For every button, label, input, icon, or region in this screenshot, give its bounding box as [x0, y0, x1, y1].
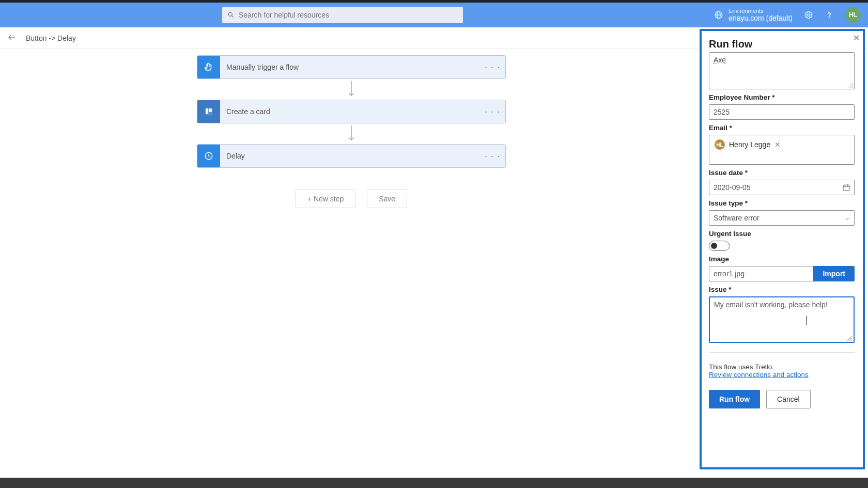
flow-arrow — [197, 79, 506, 100]
search-icon — [227, 11, 235, 19]
breadcrumb-text: Button -> Delay — [26, 34, 76, 42]
help-icon[interactable] — [825, 10, 834, 20]
issue-textarea[interactable]: My email isn't working, please help! — [709, 296, 855, 343]
panel-title: Run flow — [709, 38, 856, 50]
node-title: Manually trigger a flow — [226, 63, 299, 71]
footer-uses-text: This flow uses Trello. — [709, 363, 855, 371]
flow-node-trigger[interactable]: Manually trigger a flow · · · — [197, 55, 506, 79]
flow-canvas: Manually trigger a flow · · · Create a c… — [0, 49, 703, 478]
image-label: Image — [709, 255, 855, 263]
image-filename-input[interactable]: error1.jpg — [709, 266, 813, 281]
calendar-icon[interactable] — [842, 183, 850, 194]
resize-handle-icon[interactable] — [848, 83, 853, 88]
remove-chip-icon[interactable]: ✕ — [774, 140, 781, 149]
new-step-button[interactable]: + New step — [296, 190, 355, 208]
tap-icon — [197, 56, 220, 78]
node-title: Create a card — [226, 107, 270, 116]
svg-line-1 — [231, 15, 233, 17]
user-avatar[interactable]: HL — [845, 7, 861, 23]
env-name: enayu.com (default) — [729, 14, 793, 22]
settings-icon[interactable] — [804, 10, 813, 20]
close-icon[interactable]: ✕ — [853, 34, 860, 42]
issue-date-label: Issue date * — [709, 169, 855, 177]
environment-icon — [714, 10, 723, 20]
trello-icon — [197, 100, 220, 123]
urgent-toggle[interactable] — [709, 241, 730, 251]
urgent-label: Urgent Issue — [709, 230, 855, 238]
node-menu-button[interactable]: · · · — [485, 62, 500, 73]
status-bar — [0, 478, 868, 488]
save-button[interactable]: Save — [367, 190, 407, 208]
clock-icon — [197, 145, 220, 167]
svg-point-5 — [808, 14, 810, 17]
run-flow-button[interactable]: Run flow — [709, 390, 760, 408]
issue-label: Issue * — [709, 286, 855, 293]
search-box[interactable]: Search for helpful resources — [222, 7, 463, 23]
employee-number-label: Employee Number * — [709, 93, 855, 101]
node-title: Delay — [226, 152, 245, 160]
svg-rect-11 — [209, 108, 212, 112]
employee-number-input[interactable]: 2525 — [709, 104, 855, 120]
svg-rect-14 — [843, 185, 849, 191]
issue-type-label: Issue type * — [709, 199, 855, 207]
person-avatar: HL — [715, 139, 725, 150]
svg-rect-10 — [206, 108, 208, 114]
flow-node-create-card[interactable]: Create a card · · · — [197, 100, 506, 123]
person-chip: HL Henry Legge ✕ — [712, 138, 783, 151]
run-flow-panel: ✕ Run flow Axe Employee Number * 2525 Em… — [700, 29, 865, 469]
arrow-down-icon — [348, 81, 355, 98]
cancel-button[interactable]: Cancel — [766, 390, 811, 408]
svg-point-6 — [829, 17, 829, 17]
person-name: Henry Legge — [729, 140, 770, 149]
env-label: Environments — [729, 8, 793, 14]
chevron-down-icon — [844, 215, 850, 224]
environment-picker[interactable]: Environments enayu.com (default) — [714, 8, 793, 22]
email-label: Email * — [709, 124, 855, 132]
back-button[interactable] — [5, 30, 19, 45]
node-menu-button[interactable]: · · · — [485, 151, 500, 162]
arrow-left-icon — [7, 33, 17, 42]
arrow-down-icon — [348, 125, 355, 142]
text-cursor — [806, 316, 807, 325]
issue-date-input[interactable]: 2020-09-05 — [709, 180, 855, 195]
svg-point-0 — [228, 12, 232, 16]
top-textarea[interactable]: Axe — [709, 52, 855, 89]
review-connections-link[interactable]: Review connections and actions — [709, 371, 809, 379]
search-placeholder: Search for helpful resources — [239, 11, 329, 19]
email-people-picker[interactable]: HL Henry Legge ✕ — [709, 135, 855, 165]
resize-handle-icon[interactable] — [847, 336, 853, 341]
import-button[interactable]: Import — [813, 266, 855, 281]
flow-arrow — [197, 123, 506, 144]
app-header: Search for helpful resources Environment… — [0, 3, 868, 27]
issue-type-select[interactable]: Software error — [709, 210, 855, 226]
flow-node-delay[interactable]: Delay · · · — [197, 144, 506, 168]
node-menu-button[interactable]: · · · — [485, 106, 500, 117]
